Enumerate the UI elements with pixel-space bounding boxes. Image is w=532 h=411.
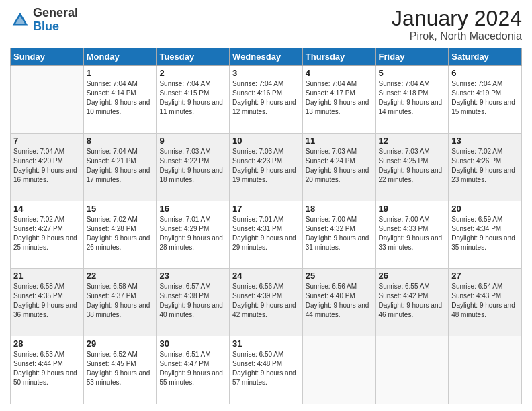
day-info: Sunrise: 6:59 AMSunset: 4:34 PMDaylight:… <box>451 215 519 253</box>
day-number: 10 <box>232 136 300 146</box>
day-number: 4 <box>306 68 373 78</box>
day-number: 19 <box>379 203 446 214</box>
location: Pirok, North Macedonia <box>392 30 522 42</box>
day-info: Sunrise: 7:02 AMSunset: 4:27 PMDaylight:… <box>13 215 81 253</box>
day-cell: 26Sunrise: 6:55 AMSunset: 4:42 PMDayligh… <box>375 269 449 336</box>
day-cell: 29Sunrise: 6:52 AMSunset: 4:45 PMDayligh… <box>83 336 157 404</box>
logo-icon <box>10 10 30 30</box>
day-number: 17 <box>232 203 300 214</box>
day-cell: 17Sunrise: 7:01 AMSunset: 4:31 PMDayligh… <box>230 201 303 269</box>
day-info: Sunrise: 7:04 AMSunset: 4:18 PMDaylight:… <box>379 79 446 117</box>
day-number: 25 <box>306 271 373 281</box>
day-number: 13 <box>451 136 519 146</box>
month-title: January 2024 <box>392 7 522 30</box>
day-cell: 21Sunrise: 6:58 AMSunset: 4:35 PMDayligh… <box>11 269 84 336</box>
calendar-table: SundayMondayTuesdayWednesdayThursdayFrid… <box>10 48 522 404</box>
day-cell: 6Sunrise: 7:04 AMSunset: 4:19 PMDaylight… <box>449 66 522 134</box>
title-block: January 2024 Pirok, North Macedonia <box>392 7 522 42</box>
day-info: Sunrise: 6:57 AMSunset: 4:38 PMDaylight:… <box>159 282 226 320</box>
day-number: 22 <box>87 271 154 281</box>
day-cell <box>449 336 522 404</box>
header-thursday: Thursday <box>302 48 375 66</box>
logo-blue: Blue <box>33 19 59 33</box>
day-cell: 13Sunrise: 7:02 AMSunset: 4:26 PMDayligh… <box>449 133 522 201</box>
day-cell: 27Sunrise: 6:54 AMSunset: 4:43 PMDayligh… <box>449 269 522 336</box>
day-cell: 24Sunrise: 6:56 AMSunset: 4:39 PMDayligh… <box>230 269 303 336</box>
day-cell: 31Sunrise: 6:50 AMSunset: 4:48 PMDayligh… <box>230 336 303 404</box>
day-info: Sunrise: 7:03 AMSunset: 4:24 PMDaylight:… <box>306 147 373 185</box>
logo-text: General Blue <box>33 7 78 34</box>
day-info: Sunrise: 6:52 AMSunset: 4:45 PMDaylight:… <box>87 350 154 387</box>
week-row-3: 14Sunrise: 7:02 AMSunset: 4:27 PMDayligh… <box>11 201 522 269</box>
day-number: 28 <box>13 338 81 349</box>
day-info: Sunrise: 7:02 AMSunset: 4:28 PMDaylight:… <box>87 215 154 253</box>
day-number: 1 <box>87 68 154 78</box>
day-number: 6 <box>451 68 519 78</box>
day-info: Sunrise: 6:53 AMSunset: 4:44 PMDaylight:… <box>13 350 81 387</box>
day-number: 20 <box>451 203 519 214</box>
day-cell: 3Sunrise: 7:04 AMSunset: 4:16 PMDaylight… <box>230 66 303 134</box>
day-number: 8 <box>87 136 154 146</box>
day-info: Sunrise: 7:03 AMSunset: 4:22 PMDaylight:… <box>159 147 226 185</box>
day-cell: 4Sunrise: 7:04 AMSunset: 4:17 PMDaylight… <box>302 66 375 134</box>
day-info: Sunrise: 6:56 AMSunset: 4:39 PMDaylight:… <box>232 282 300 320</box>
day-cell: 14Sunrise: 7:02 AMSunset: 4:27 PMDayligh… <box>11 201 84 269</box>
header-friday: Friday <box>375 48 449 66</box>
day-info: Sunrise: 7:02 AMSunset: 4:26 PMDaylight:… <box>451 147 519 185</box>
header-row: SundayMondayTuesdayWednesdayThursdayFrid… <box>11 48 522 66</box>
day-cell: 19Sunrise: 7:00 AMSunset: 4:33 PMDayligh… <box>375 201 449 269</box>
day-info: Sunrise: 7:01 AMSunset: 4:29 PMDaylight:… <box>159 215 226 253</box>
day-number: 18 <box>306 203 373 214</box>
day-cell: 18Sunrise: 7:00 AMSunset: 4:32 PMDayligh… <box>302 201 375 269</box>
day-cell: 9Sunrise: 7:03 AMSunset: 4:22 PMDaylight… <box>157 133 230 201</box>
header-sunday: Sunday <box>11 48 84 66</box>
logo-general: General <box>33 6 78 19</box>
day-info: Sunrise: 7:00 AMSunset: 4:33 PMDaylight:… <box>379 215 446 253</box>
day-info: Sunrise: 7:04 AMSunset: 4:16 PMDaylight:… <box>232 79 300 117</box>
day-info: Sunrise: 6:56 AMSunset: 4:40 PMDaylight:… <box>306 282 373 320</box>
day-info: Sunrise: 6:51 AMSunset: 4:47 PMDaylight:… <box>159 350 226 387</box>
day-number: 27 <box>451 271 519 281</box>
day-info: Sunrise: 6:58 AMSunset: 4:35 PMDaylight:… <box>13 282 81 320</box>
day-cell <box>375 336 449 404</box>
day-cell: 10Sunrise: 7:03 AMSunset: 4:23 PMDayligh… <box>230 133 303 201</box>
day-cell: 2Sunrise: 7:04 AMSunset: 4:15 PMDaylight… <box>157 66 230 134</box>
day-cell: 5Sunrise: 7:04 AMSunset: 4:18 PMDaylight… <box>375 66 449 134</box>
day-info: Sunrise: 6:58 AMSunset: 4:37 PMDaylight:… <box>87 282 154 320</box>
day-info: Sunrise: 7:04 AMSunset: 4:15 PMDaylight:… <box>159 79 226 117</box>
day-number: 5 <box>379 68 446 78</box>
day-info: Sunrise: 7:04 AMSunset: 4:19 PMDaylight:… <box>451 79 519 117</box>
day-cell: 20Sunrise: 6:59 AMSunset: 4:34 PMDayligh… <box>449 201 522 269</box>
day-info: Sunrise: 6:54 AMSunset: 4:43 PMDaylight:… <box>451 282 519 320</box>
day-info: Sunrise: 7:04 AMSunset: 4:14 PMDaylight:… <box>87 79 154 117</box>
day-cell: 7Sunrise: 7:04 AMSunset: 4:20 PMDaylight… <box>11 133 84 201</box>
header: General Blue January 2024 Pirok, North M… <box>10 7 522 42</box>
day-number: 3 <box>232 68 300 78</box>
page: General Blue January 2024 Pirok, North M… <box>0 0 532 411</box>
day-cell: 16Sunrise: 7:01 AMSunset: 4:29 PMDayligh… <box>157 201 230 269</box>
day-number: 14 <box>13 203 81 214</box>
header-saturday: Saturday <box>449 48 522 66</box>
day-info: Sunrise: 6:55 AMSunset: 4:42 PMDaylight:… <box>379 282 446 320</box>
week-row-5: 28Sunrise: 6:53 AMSunset: 4:44 PMDayligh… <box>11 336 522 404</box>
day-info: Sunrise: 7:04 AMSunset: 4:21 PMDaylight:… <box>87 147 154 185</box>
day-cell <box>302 336 375 404</box>
week-row-1: 1Sunrise: 7:04 AMSunset: 4:14 PMDaylight… <box>11 66 522 134</box>
day-number: 7 <box>13 136 81 146</box>
day-number: 9 <box>159 136 226 146</box>
day-cell: 25Sunrise: 6:56 AMSunset: 4:40 PMDayligh… <box>302 269 375 336</box>
day-cell: 11Sunrise: 7:03 AMSunset: 4:24 PMDayligh… <box>302 133 375 201</box>
day-cell: 12Sunrise: 7:03 AMSunset: 4:25 PMDayligh… <box>375 133 449 201</box>
day-number: 24 <box>232 271 300 281</box>
day-info: Sunrise: 6:50 AMSunset: 4:48 PMDaylight:… <box>232 350 300 387</box>
week-row-4: 21Sunrise: 6:58 AMSunset: 4:35 PMDayligh… <box>11 269 522 336</box>
day-cell: 8Sunrise: 7:04 AMSunset: 4:21 PMDaylight… <box>83 133 157 201</box>
day-number: 23 <box>159 271 226 281</box>
day-cell: 30Sunrise: 6:51 AMSunset: 4:47 PMDayligh… <box>157 336 230 404</box>
week-row-2: 7Sunrise: 7:04 AMSunset: 4:20 PMDaylight… <box>11 133 522 201</box>
day-info: Sunrise: 7:04 AMSunset: 4:20 PMDaylight:… <box>13 147 81 185</box>
header-tuesday: Tuesday <box>157 48 230 66</box>
day-number: 12 <box>379 136 446 146</box>
day-number: 31 <box>232 338 300 349</box>
day-info: Sunrise: 7:04 AMSunset: 4:17 PMDaylight:… <box>306 79 373 117</box>
